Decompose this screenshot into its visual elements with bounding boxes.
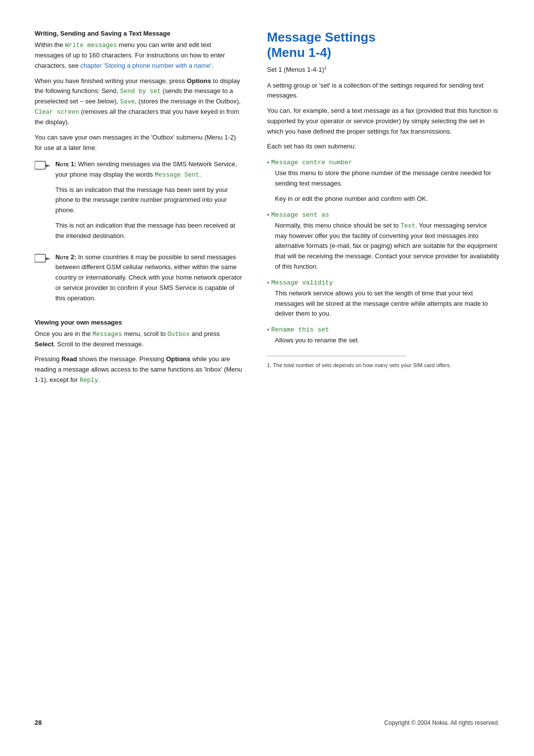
text-code: Text xyxy=(400,223,415,230)
note1-icon xyxy=(35,160,50,171)
bullet3-prefix: • xyxy=(267,279,269,286)
send-by-set-code: Send by set xyxy=(120,88,161,95)
save-code: Save xyxy=(120,98,135,105)
subtitle-text: Set 1 (Menus 1-4-1) xyxy=(267,66,324,74)
note1-label: Note 1: xyxy=(55,161,76,168)
bullet4-label: Rename this set xyxy=(271,326,329,333)
note2-block: Note 2: In some countries it may be poss… xyxy=(35,252,242,309)
bullet1-content: Use this menu to store the phone number … xyxy=(275,168,499,204)
section1-para1-before: Within the xyxy=(35,41,65,48)
options-bold: Options xyxy=(187,77,211,85)
bullet3-row: • Message validity xyxy=(267,279,499,288)
s2p2-end: . xyxy=(98,376,100,383)
note2-text: Note 2: In some countries it may be poss… xyxy=(55,252,242,304)
bullet3-content: This network service allows you to set t… xyxy=(275,288,499,319)
note2-label: Note 2: xyxy=(55,254,76,261)
section2-heading: Viewing your own messages xyxy=(35,319,242,326)
subtitle-superscript: 1 xyxy=(324,65,327,70)
bullet2-item: • Message sent as Normally, this menu ch… xyxy=(267,211,499,272)
bullet1-text2: Key in or edit the phone number and conf… xyxy=(275,194,499,204)
section1-para1-end: . xyxy=(212,62,214,69)
svg-marker-1 xyxy=(45,164,50,167)
bullet1-prefix: • xyxy=(267,159,269,166)
s2p1-end: . Scroll to the desired message. xyxy=(53,340,143,348)
page-number: 28 xyxy=(35,719,42,726)
bullet3-item: • Message validity This network service … xyxy=(267,279,499,319)
bullet2-label: Message sent as xyxy=(271,211,329,219)
reply-code: Reply xyxy=(80,377,98,384)
note1-para1: Note 1: When sending messages via the SM… xyxy=(55,159,242,180)
right-title: Message Settings (Menu 1-4) xyxy=(267,30,499,60)
bullet1-label: Message centre number xyxy=(271,159,353,166)
title-line2: (Menu 1-4) xyxy=(267,45,331,60)
b2-before: Normally, this menu choice should be set… xyxy=(275,222,400,229)
bullet4-text: Allows you to rename the set. xyxy=(275,335,499,346)
note1-text1-before: When sending messages via the SMS Networ… xyxy=(55,160,237,178)
note1-block: Note 1: When sending messages via the SM… xyxy=(35,159,242,246)
s2p1-mid: menu, scroll to xyxy=(122,330,168,337)
s2p1-mid2: and press xyxy=(190,330,220,337)
note1-para2: This is an indication that the message h… xyxy=(55,185,242,216)
right-column: Message Settings (Menu 1-4) Set 1 (Menus… xyxy=(267,30,499,699)
subtitle: Set 1 (Menus 1-4-1)1 xyxy=(267,64,499,75)
note1-para3: This is not an indication that the messa… xyxy=(55,221,242,241)
storing-phone-number-link[interactable]: chapter 'Storing a phone number with a n… xyxy=(81,62,212,69)
select-bold: Select xyxy=(35,340,53,348)
options-bold2: Options xyxy=(166,355,190,363)
right-para3: Each set has its own submenu: xyxy=(267,142,499,152)
bullet4-prefix: • xyxy=(267,326,269,333)
title-line1: Message Settings xyxy=(267,30,376,45)
svg-rect-2 xyxy=(35,254,45,262)
bullet2-prefix: • xyxy=(267,211,269,219)
s2p2-before: Pressing xyxy=(35,355,61,363)
copyright: Copyright © 2004 Nokia. All rights reser… xyxy=(384,719,499,726)
s2p2-mid: shows the message. Pressing xyxy=(77,355,166,363)
svg-rect-0 xyxy=(35,161,45,169)
note2-icon xyxy=(35,253,50,264)
note1-content: Note 1: When sending messages via the SM… xyxy=(55,159,242,246)
bullet1-row: • Message centre number xyxy=(267,159,499,168)
message-sent-code: Message Sent xyxy=(155,172,199,179)
note2-content: Note 2: In some countries it may be poss… xyxy=(55,252,242,309)
footnote-body: The total number of sets depends on how … xyxy=(273,362,451,368)
bullet2-content: Normally, this menu choice should be set… xyxy=(275,221,499,272)
right-para1: A setting group or 'set' is a collection… xyxy=(267,81,499,101)
section1-para2: When you have finished writing your mess… xyxy=(35,76,242,128)
footnote-number: 1. xyxy=(267,362,271,368)
read-bold: Read xyxy=(61,355,77,363)
section1-para1: Within the Write messages menu you can w… xyxy=(35,40,242,71)
bullet2-row: • Message sent as xyxy=(267,211,499,221)
section1-heading: Writing, Sending and Saving a Text Messa… xyxy=(35,30,242,37)
page-footer: 28 Copyright © 2004 Nokia. All rights re… xyxy=(35,714,499,726)
footnote-divider xyxy=(267,356,406,356)
section1-para3: You can save your own messages in the 'O… xyxy=(35,133,242,153)
clear-screen-code: Clear screen xyxy=(35,109,79,116)
note1-text1-after: . xyxy=(199,171,201,178)
para2-mid3: , (stores the message in the Outbox), xyxy=(135,97,241,105)
left-column: Writing, Sending and Saving a Text Messa… xyxy=(35,30,242,699)
bullet4-row: • Rename this set xyxy=(267,326,499,335)
two-column-layout: Writing, Sending and Saving a Text Messa… xyxy=(35,30,499,699)
write-messages-code: Write messages xyxy=(65,42,117,49)
page-container: Writing, Sending and Saving a Text Messa… xyxy=(0,0,534,756)
bullet4-content: Allows you to rename the set. xyxy=(275,335,499,346)
s2p1-before: Once you are in the xyxy=(35,330,92,337)
svg-marker-3 xyxy=(45,257,50,260)
bullet1-item: • Message centre number Use this menu to… xyxy=(267,159,499,204)
bullet1-text1: Use this menu to store the phone number … xyxy=(275,168,499,189)
outbox-code: Outbox xyxy=(168,331,190,338)
bullet3-label: Message validity xyxy=(271,279,333,286)
bullet4-item: • Rename this set Allows you to rename t… xyxy=(267,326,499,346)
right-para2: You can, for example, send a text messag… xyxy=(267,106,499,137)
note2-body: In some countries it may be possible to … xyxy=(55,253,242,302)
bullet3-text: This network service allows you to set t… xyxy=(275,288,499,319)
bullet2-text: Normally, this menu choice should be set… xyxy=(275,221,499,272)
messages-code: Messages xyxy=(92,331,122,338)
para2-before: When you have finished writing your mess… xyxy=(35,77,187,85)
footnote: 1. The total number of sets depends on h… xyxy=(267,361,499,370)
section2-para2: Pressing Read shows the message. Pressin… xyxy=(35,354,242,385)
section2-para1: Once you are in the Messages menu, scrol… xyxy=(35,329,242,350)
